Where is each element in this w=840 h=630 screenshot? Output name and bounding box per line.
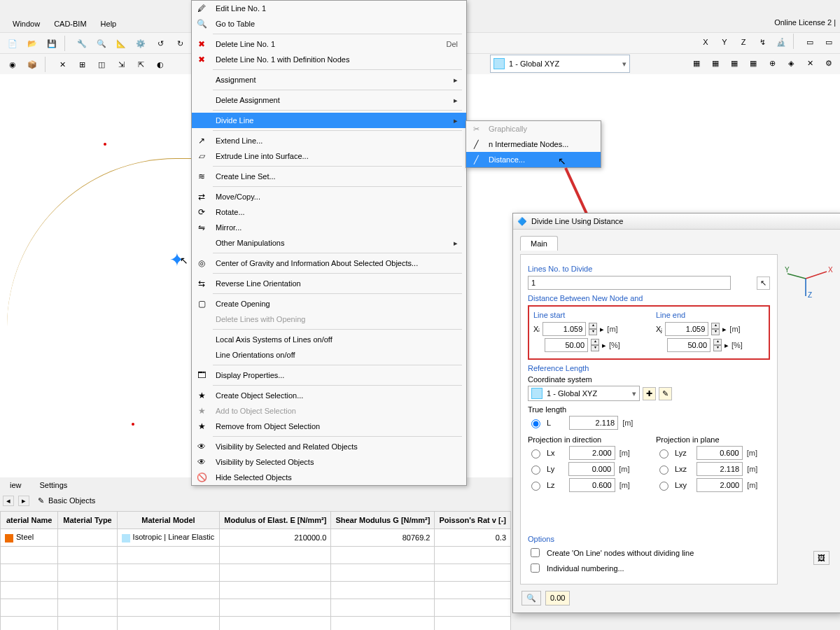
ctx-line-orientations[interactable]: Line Orientations on/off <box>192 347 466 363</box>
tool-icon[interactable]: 🔬 <box>773 34 790 50</box>
ctx-reverse-orientation[interactable]: ⇆Reverse Line Orientation <box>192 276 466 291</box>
tool-icon[interactable]: ⚙️ <box>132 35 149 52</box>
table-row[interactable] <box>1 617 511 631</box>
ctx-other-manip[interactable]: Other Manipulations▸ <box>192 235 466 251</box>
node-icon[interactable] <box>132 423 134 426</box>
ctx-vis-related[interactable]: 👁Visibility by Selected and Related Obje… <box>192 439 466 454</box>
ctx-move-copy[interactable]: ⇄Move/Copy... <box>192 189 466 204</box>
nav-prev-icon[interactable]: ◂ <box>3 496 14 506</box>
ctx-create-obj-sel[interactable]: ★Create Object Selection... <box>192 388 466 403</box>
ctx-mirror[interactable]: ⇋Mirror... <box>192 220 466 235</box>
ctx-rotate[interactable]: ⟳Rotate... <box>192 204 466 220</box>
spin-down-icon[interactable]: ▾ <box>591 345 599 351</box>
tab-settings[interactable]: Settings <box>34 479 74 491</box>
tool-icon[interactable]: 📂 <box>24 35 41 52</box>
xj-pct-input[interactable] <box>667 338 710 352</box>
axis-y-icon[interactable]: Y <box>716 34 733 50</box>
spin-up-icon[interactable]: ▴ <box>591 339 599 345</box>
spin-up-icon[interactable]: ▴ <box>711 323 720 329</box>
ctx-hide-selected[interactable]: 🚫Hide Selected Objects <box>192 470 466 485</box>
edit-cs-icon[interactable]: ✎ <box>659 387 672 400</box>
spin-up-icon[interactable]: ▴ <box>713 339 722 345</box>
sub-n-intermediate[interactable]: ╱n Intermediate Nodes... <box>466 136 601 152</box>
tool-icon[interactable]: ◈ <box>783 55 799 71</box>
tool-icon[interactable]: ⇱ <box>132 56 149 73</box>
coordinate-system-combo[interactable]: 1 - Global XYZ ▾ <box>490 55 630 73</box>
ctx-vis-selected[interactable]: 👁Visibility by Selected Objects <box>192 454 466 470</box>
menu-cadbim[interactable]: CAD-BIM <box>47 18 93 29</box>
tool-icon[interactable]: ◫ <box>93 56 110 73</box>
radio-ly[interactable] <box>531 465 540 475</box>
tool-icon[interactable]: ↻ <box>172 35 188 52</box>
ctx-create-line-set[interactable]: ≋Create Line Set... <box>192 169 466 184</box>
ctx-local-axis[interactable]: Local Axis Systems of Lines on/off <box>192 332 466 347</box>
ctx-assignment[interactable]: Assignment▸ <box>192 72 466 88</box>
menu-help[interactable]: Help <box>94 18 124 29</box>
tool-icon[interactable]: ▦ <box>726 55 743 71</box>
tool-icon[interactable]: ⊞ <box>74 56 90 73</box>
axis-x-icon[interactable]: X <box>697 34 714 50</box>
tool-icon[interactable]: ⊕ <box>764 55 780 71</box>
radio-lyz[interactable] <box>659 449 668 458</box>
tool-icon[interactable]: 📦 <box>24 56 41 73</box>
tool-icon[interactable]: ▦ <box>707 55 724 71</box>
tab-main[interactable]: Main <box>520 236 558 251</box>
units-icon[interactable]: 0.00 <box>545 591 570 606</box>
ctx-delete-line[interactable]: ✖Delete Line No. 1Del <box>192 36 466 52</box>
tool-icon[interactable]: ⇲ <box>113 56 130 73</box>
tool-icon[interactable]: ▭ <box>820 34 837 50</box>
ctx-center-gravity[interactable]: ◎Center of Gravity and Information About… <box>192 255 466 271</box>
tool-icon[interactable]: 📄 <box>4 35 21 52</box>
table-row[interactable] <box>1 547 511 564</box>
tool-icon[interactable]: ◐ <box>152 56 169 73</box>
tab-view[interactable]: iew <box>4 479 27 491</box>
ctx-divide-line[interactable]: Divide Line▸ <box>192 113 466 128</box>
axis-icon[interactable]: ↯ <box>754 34 771 50</box>
ctx-extend-line[interactable]: ↗Extend Line... <box>192 133 466 148</box>
ctx-extrude-line[interactable]: ▱Extrude Line into Surface... <box>192 148 466 164</box>
tab-basic-objects[interactable]: Basic Objects <box>48 496 95 505</box>
tool-icon[interactable]: ↺ <box>152 35 169 52</box>
radio-lz[interactable] <box>531 482 540 491</box>
spin-down-icon[interactable]: ▾ <box>589 329 597 335</box>
tool-icon[interactable]: 🔍 <box>93 35 110 52</box>
tool-icon[interactable]: ✕ <box>54 56 71 73</box>
spin-down-icon[interactable]: ▾ <box>713 345 722 351</box>
tool-icon[interactable]: 💾 <box>43 35 60 52</box>
spin-down-icon[interactable]: ▾ <box>711 329 720 335</box>
node-icon[interactable] <box>104 143 106 146</box>
preview-icon[interactable]: 🖼 <box>813 551 830 565</box>
table-row[interactable] <box>1 599 511 617</box>
ctx-create-opening[interactable]: ▢Create Opening <box>192 296 466 312</box>
tool-icon[interactable]: ✕ <box>802 55 818 71</box>
lines-input[interactable] <box>528 276 731 290</box>
nav-next-icon[interactable]: ▸ <box>18 496 29 506</box>
tool-icon[interactable]: 📐 <box>113 35 130 52</box>
tool-icon[interactable]: ▦ <box>745 55 762 71</box>
xi-pct-input[interactable] <box>545 338 588 352</box>
ctx-display-props[interactable]: 🗔Display Properties... <box>192 368 466 383</box>
tool-icon[interactable]: ▦ <box>688 55 705 71</box>
ctx-delete-assignment[interactable]: Delete Assignment▸ <box>192 92 466 108</box>
coord-sys-combo[interactable]: 1 - Global XYZ▾ <box>528 386 640 401</box>
tool-icon[interactable]: 🔧 <box>74 35 90 52</box>
radio-lx[interactable] <box>531 449 540 458</box>
chk-numbering[interactable] <box>531 564 540 573</box>
sub-distance[interactable]: ╱Distance... <box>466 152 601 167</box>
ctx-delete-line-def[interactable]: ✖Delete Line No. 1 with Definition Nodes <box>192 52 466 67</box>
xj-input[interactable] <box>665 322 708 336</box>
radio-l[interactable] <box>531 419 540 428</box>
menu-window[interactable]: Window <box>6 18 47 29</box>
tool-icon[interactable]: ◉ <box>4 56 21 73</box>
tool-icon[interactable]: ▭ <box>802 34 818 50</box>
ctx-edit-line[interactable]: 🖉Edit Line No. 1 <box>192 1 466 16</box>
axis-z-icon[interactable]: Z <box>735 34 752 50</box>
radio-lxz[interactable] <box>659 465 668 475</box>
table-row[interactable]: Steel Isotropic | Linear Elastic 210000.… <box>1 529 511 547</box>
tool-icon[interactable]: ⚙ <box>820 55 837 71</box>
help-icon[interactable]: 🔍 <box>522 591 541 606</box>
table-row[interactable] <box>1 582 511 599</box>
dialog-title-bar[interactable]: 🔷Divide Line Using Distance <box>513 214 840 230</box>
xi-input[interactable] <box>542 322 586 336</box>
new-cs-icon[interactable]: ✚ <box>643 387 656 400</box>
